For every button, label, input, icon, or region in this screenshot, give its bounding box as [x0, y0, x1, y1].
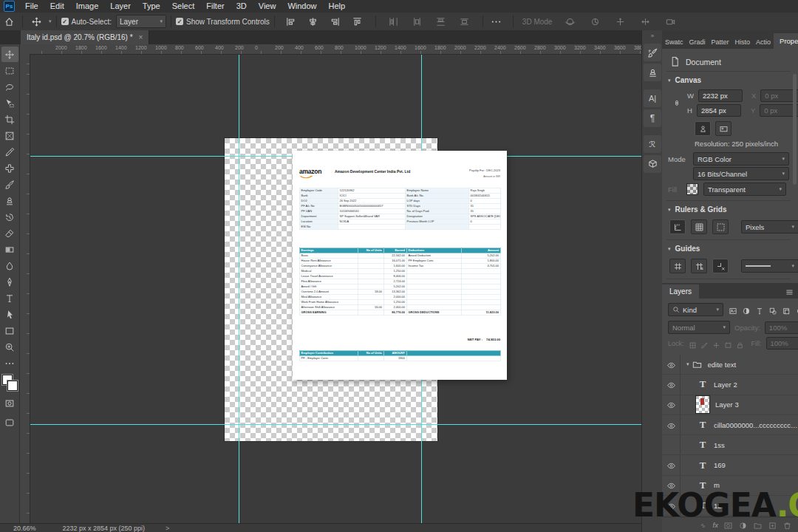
show-transform-checkbox[interactable]: ✓ [176, 18, 183, 25]
brush-tool[interactable] [1, 177, 18, 192]
layer-row[interactable]: TLayer 2 [662, 375, 798, 395]
layer-fill-field[interactable]: 100% [766, 337, 798, 349]
menu-view[interactable]: View [253, 0, 282, 13]
visibility-toggle[interactable] [662, 455, 681, 474]
menu-layer[interactable]: Layer [104, 0, 137, 13]
ruler-origin[interactable] [20, 44, 30, 55]
more-options-button[interactable] [488, 14, 505, 29]
group-expand-icon[interactable]: ▾ [686, 361, 689, 367]
smart-object-filter-button[interactable] [782, 305, 791, 314]
toggle-grid-button[interactable] [691, 219, 707, 234]
history-brush-tool[interactable] [1, 209, 18, 225]
new-guide-button[interactable] [669, 259, 686, 273]
toggle-rulers-button[interactable] [669, 219, 686, 234]
lock-position-button[interactable] [712, 339, 720, 347]
color-filter-button[interactable] [795, 305, 798, 314]
align-right-edges-button[interactable] [327, 14, 344, 29]
menu-filter[interactable]: Filter [200, 0, 230, 13]
layer-name[interactable]: 1ss [714, 441, 798, 449]
distribute-vertical-button[interactable] [456, 14, 474, 29]
home-button[interactable] [0, 14, 18, 29]
close-tab-icon[interactable]: × [139, 33, 143, 41]
clone-stamp-tool[interactable] [1, 193, 18, 208]
tab-gradi[interactable]: Gradi [686, 35, 709, 49]
panel-scrollbar[interactable] [793, 74, 797, 185]
guide-style-select[interactable]: ▾ [741, 259, 798, 273]
camera-3d-button[interactable] [661, 14, 679, 29]
more-tool[interactable] [1, 355, 18, 371]
fill-select[interactable]: Transparent▾ [703, 183, 786, 196]
zoom-level[interactable]: 20.66% [13, 525, 36, 532]
tab-actio[interactable]: Actio [753, 35, 774, 49]
opacity-field[interactable]: 100% [765, 321, 798, 334]
tab-swatc[interactable]: Swatc [662, 35, 686, 49]
lock-artboard-button[interactable] [724, 339, 732, 347]
crop-tool[interactable] [1, 112, 18, 127]
menu-image[interactable]: Image [70, 0, 105, 13]
distribute-left-button[interactable] [385, 14, 403, 29]
orbit-3d-button[interactable] [561, 14, 579, 29]
canvas-collapse-icon[interactable]: ▾ [668, 78, 671, 83]
color-mode-select[interactable]: RGB Color▾ [693, 152, 789, 166]
landscape-orientation-button[interactable] [715, 121, 732, 136]
units-select[interactable]: Pixels▾ [741, 220, 798, 233]
fill-swatch[interactable] [686, 183, 698, 195]
layer-name[interactable]: edite text [708, 361, 798, 369]
link-dimensions-icon[interactable] [672, 95, 681, 111]
lock-transparent-button[interactable] [689, 339, 697, 347]
tab-properties[interactable]: Properties [774, 33, 798, 49]
blend-mode-select[interactable]: Normal▾ [668, 321, 730, 334]
canvas-height-field[interactable]: 2854 px [697, 104, 741, 117]
gradient-tool[interactable] [1, 242, 18, 257]
horizontal-guide[interactable] [30, 424, 641, 425]
move-tool[interactable] [1, 47, 18, 62]
rulers-grids-collapse-icon[interactable]: ▾ [668, 207, 671, 213]
object-selection-tool[interactable] [1, 95, 18, 111]
layer-row[interactable]: Tcilla0000000...ccccccccc0 d [662, 415, 798, 435]
menu-help[interactable]: Help [323, 0, 352, 13]
brush-settings-panel-button[interactable] [644, 44, 661, 61]
align-center-horizontal-button[interactable] [304, 14, 322, 29]
auto-select-dropdown[interactable]: Layer▾ [116, 15, 166, 28]
path-selection-tool[interactable] [1, 307, 18, 322]
menu-window[interactable]: Window [282, 0, 322, 13]
layer-thumbnail[interactable] [695, 395, 710, 414]
visibility-toggle[interactable] [662, 415, 681, 434]
blur-tool[interactable] [1, 258, 18, 273]
clone-source-panel-button[interactable] [644, 64, 661, 81]
align-top-edges-button[interactable] [349, 14, 366, 29]
type-filter-button[interactable] [755, 305, 764, 314]
layer-row[interactable]: Layer 3 [662, 395, 798, 415]
frame-tool[interactable] [1, 128, 18, 143]
paragraph-panel-button[interactable]: ¶ [644, 109, 661, 127]
pixel-filter-button[interactable] [729, 305, 737, 314]
status-options-icon[interactable]: > [166, 525, 169, 532]
zoom-tool[interactable] [1, 339, 18, 355]
lock-all-button[interactable] [736, 339, 744, 347]
glyphs-panel-button[interactable]: ℛ [644, 135, 661, 153]
move-tool-preset[interactable] [27, 14, 45, 29]
payslip-document[interactable]: amazon Amazon Development Center India P… [293, 151, 507, 380]
rectangle-tool[interactable] [1, 323, 18, 338]
portrait-orientation-button[interactable] [695, 121, 711, 136]
document-tab[interactable]: Italy id.psd @ 20.7% (RGB/16) * × [21, 30, 149, 44]
clear-guides-button[interactable] [712, 259, 729, 273]
slide-3d-button[interactable] [636, 14, 654, 29]
adjustment-filter-button[interactable] [742, 305, 751, 314]
pan-3d-button[interactable] [611, 14, 629, 29]
libraries-panel-button[interactable] [644, 155, 661, 173]
pen-tool[interactable] [1, 274, 18, 290]
tab-patter[interactable]: Patter [709, 35, 732, 49]
lasso-tool[interactable] [1, 79, 18, 95]
eraser-tool[interactable] [1, 225, 18, 241]
photoshop-logo[interactable]: Ps [4, 1, 15, 12]
eyedropper-tool[interactable] [1, 144, 18, 160]
menu-select[interactable]: Select [166, 0, 201, 13]
vertical-ruler[interactable] [20, 54, 30, 523]
healing-tool[interactable] [1, 160, 18, 176]
layer-row[interactable]: T169 [662, 455, 798, 475]
vertical-guide[interactable] [239, 54, 239, 523]
layer-name[interactable]: cilla0000000...ccccccccc0 d [714, 421, 798, 429]
quick-mask-button[interactable] [1, 395, 18, 411]
bit-depth-select[interactable]: 16 Bits/Channel▾ [693, 167, 789, 180]
